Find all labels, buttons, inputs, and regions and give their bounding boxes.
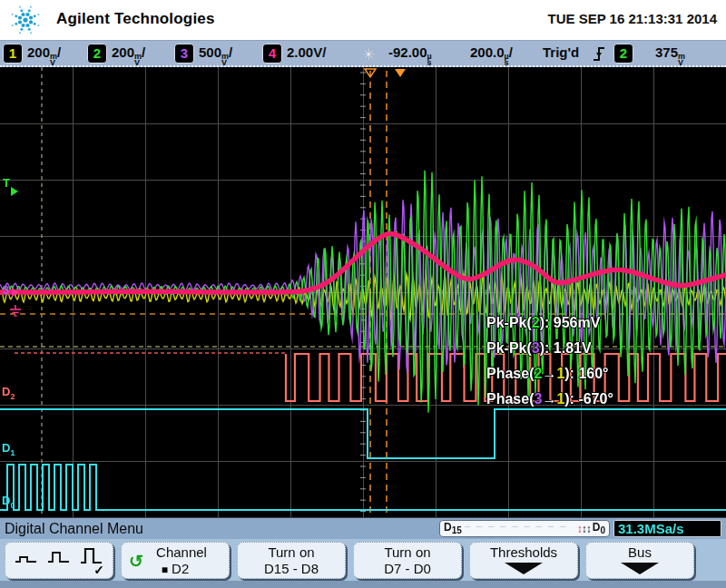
trigger-source-badge[interactable]: 2: [613, 44, 633, 64]
softkey-turn-on-d7-d0[interactable]: Turn on D7 - D0: [353, 542, 462, 579]
softkey-bus[interactable]: Bus: [585, 542, 694, 579]
menu-down-arrow-icon: [621, 563, 659, 574]
trigger-level-arrow-icon: [11, 183, 18, 200]
softkey-channel-select[interactable]: ↺ Channel ■ D2: [121, 542, 230, 579]
delay-readout: -92.00µs: [388, 44, 432, 66]
channel-2-scale: 200mV/: [112, 44, 145, 66]
sample-rate-badge: 31.3MSa/s: [613, 520, 721, 537]
trigger-level-marker[interactable]: T: [3, 174, 10, 191]
system-star-icon: ✳: [362, 45, 375, 64]
digital-label-d1: D1: [2, 443, 15, 458]
pulse-medium-icon: [47, 548, 71, 564]
rotate-knob-icon: ↺: [129, 551, 143, 572]
waveform-canvas: [0, 67, 726, 517]
softkey-row: ✓ ↺ Channel ■ D2 Turn on D15 - D8 Turn o…: [0, 539, 726, 588]
softkey-pulse-width[interactable]: ✓: [5, 542, 113, 579]
trigger-edge-icon: [593, 45, 606, 63]
channel-3-ref-marker[interactable]: 3: [3, 281, 9, 298]
digital-label-d0: D0: [2, 495, 15, 511]
threshold-arrows-black-icon: ↕↕: [582, 523, 591, 535]
digital-state-dashes: _ _ _ _ _ _ _ _ _ _ _ _: [465, 516, 574, 538]
pulse-small-icon: [15, 548, 38, 564]
channel-swatch-icon: ■: [162, 564, 168, 576]
check-icon: ✓: [93, 563, 104, 577]
datetime-display: TUE SEP 16 21:13:31 2014: [547, 11, 717, 26]
channel-1-badge[interactable]: 1: [3, 44, 23, 64]
channel-3-badge[interactable]: 3: [174, 44, 194, 64]
softkey-turn-on-d15-d8[interactable]: Turn on D15 - D8: [237, 542, 346, 579]
waveform-display: T 3 D2 D1 D0 Pk-Pk(2): 956mV Pk-Pk(3): 1…: [0, 67, 726, 517]
timebase-readout: 200.0µs/: [470, 44, 513, 66]
channel-4-badge[interactable]: 4: [262, 44, 282, 64]
menu-title: Digital Channel Menu: [5, 521, 143, 537]
agilent-logo-icon: [5, 1, 45, 39]
top-header: Agilent Technologies TUE SEP 16 21:13:31…: [0, 0, 726, 40]
measurement-pkpk-ch3: Pk-Pk(3): 1.81V: [486, 340, 592, 357]
digital-label-d2: D2: [2, 387, 15, 402]
trigger-level-readout: 375mV: [655, 44, 685, 66]
channel-1-scale: 200mV/: [27, 44, 61, 66]
bottom-strip: [0, 581, 726, 588]
d15-label: D15: [444, 521, 462, 535]
measurement-pkpk-ch2: Pk-Pk(2): 956mV: [486, 315, 600, 331]
digital-channel-indicator: D15 _ _ _ _ _ _ _ _ _ _ _ _ ↕ ↕↕ D0: [439, 520, 610, 537]
softkey-thresholds[interactable]: Thresholds: [469, 542, 578, 579]
channel-2-badge[interactable]: 2: [87, 44, 107, 64]
measurement-phase-2-1: Phase(2→1): 160°: [486, 366, 608, 382]
d0-label: D0: [593, 521, 605, 535]
channel-3-scale: 500mV/: [199, 44, 232, 66]
status-bar: 1 200mV/ 2 200mV/ 3 500mV/ 4 2.00V/ ✳ -9…: [0, 40, 726, 67]
menu-down-arrow-icon: [505, 563, 543, 574]
channel-4-scale: 2.00V/: [287, 44, 326, 60]
trigger-status: Trig'd: [543, 44, 579, 60]
ground-symbol-icon: [8, 305, 23, 318]
menu-label-bar: Digital Channel Menu D15 _ _ _ _ _ _ _ _…: [0, 517, 726, 539]
brand-title: Agilent Technologies: [56, 10, 215, 28]
channel-4-ref-arrow-icon: [12, 284, 19, 300]
measurement-phase-3-1: Phase(3→1): -670°: [486, 391, 613, 407]
